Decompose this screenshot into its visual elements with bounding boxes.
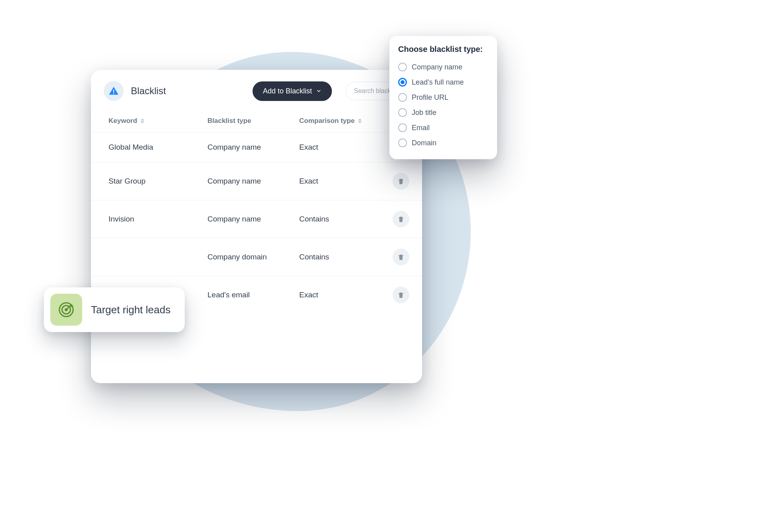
- column-header-comparison[interactable]: Comparison type: [299, 117, 391, 125]
- target-icon: [50, 294, 82, 326]
- radio-option[interactable]: Domain: [398, 135, 488, 150]
- cell-blacklist-type: Lead's email: [207, 291, 299, 299]
- trash-icon: [397, 291, 405, 299]
- svg-rect-3: [399, 218, 403, 218]
- cell-keyword: Global Media: [104, 143, 207, 152]
- blacklist-table: Keyword Blacklist type Comparison type G…: [91, 110, 422, 314]
- cell-keyword: Invision: [104, 215, 207, 223]
- dropdown-title: Choose blacklist type:: [398, 45, 488, 54]
- column-header-label: Keyword: [109, 117, 137, 125]
- cell-comparison: Exact: [299, 291, 391, 299]
- target-chip-label: Target right leads: [91, 304, 170, 316]
- table-header: Keyword Blacklist type Comparison type: [91, 110, 422, 133]
- table-row: Company domainContains: [91, 238, 422, 276]
- delete-button[interactable]: [393, 249, 409, 265]
- page-title: Blacklist: [131, 85, 166, 97]
- card-header: Blacklist Add to Blacklist: [91, 70, 422, 110]
- delete-button[interactable]: [393, 287, 409, 303]
- trash-icon: [397, 216, 405, 223]
- trash-icon: [397, 178, 405, 185]
- radio-option[interactable]: Lead's full name: [398, 75, 488, 90]
- table-row: InvisionCompany nameContains: [91, 200, 422, 238]
- cell-blacklist-type: Company name: [207, 215, 299, 223]
- radio-icon: [398, 78, 407, 87]
- cell-action: [391, 211, 409, 227]
- radio-label: Profile URL: [412, 93, 448, 102]
- column-header-type: Blacklist type: [207, 117, 299, 125]
- blacklist-card: Blacklist Add to Blacklist Keyword Black…: [91, 70, 422, 383]
- cell-comparison: Exact: [299, 143, 391, 152]
- radio-option[interactable]: Company name: [398, 59, 488, 75]
- svg-point-1: [113, 93, 114, 94]
- radio-label: Job title: [412, 109, 436, 117]
- radio-option[interactable]: Email: [398, 120, 488, 135]
- svg-rect-2: [399, 180, 403, 180]
- sort-icon: [140, 119, 144, 123]
- table-row: Star GroupCompany nameExact: [91, 162, 422, 200]
- radio-label: Email: [412, 124, 430, 132]
- cell-action: [391, 287, 409, 303]
- trash-icon: [397, 253, 405, 261]
- radio-label: Company name: [412, 63, 462, 71]
- svg-rect-0: [113, 90, 114, 92]
- svg-rect-5: [399, 293, 403, 294]
- blacklist-type-dropdown: Choose blacklist type: Company nameLead'…: [389, 36, 497, 159]
- cell-blacklist-type: Company name: [207, 143, 299, 152]
- table-row: Global MediaCompany nameExact: [91, 133, 422, 162]
- radio-label: Lead's full name: [412, 78, 464, 87]
- radio-icon: [398, 108, 407, 117]
- cell-action: [391, 249, 409, 265]
- cell-blacklist-type: Company domain: [207, 253, 299, 261]
- chevron-down-icon: [316, 88, 322, 94]
- radio-icon: [398, 93, 407, 102]
- add-to-blacklist-button[interactable]: Add to Blacklist: [253, 81, 332, 101]
- add-button-label: Add to Blacklist: [263, 87, 312, 95]
- radio-option[interactable]: Job title: [398, 105, 488, 120]
- cell-comparison: Contains: [299, 253, 391, 261]
- alert-icon: [104, 81, 124, 101]
- column-header-label: Blacklist type: [207, 117, 251, 125]
- radio-icon: [398, 123, 407, 132]
- delete-button[interactable]: [393, 173, 409, 190]
- radio-option[interactable]: Profile URL: [398, 90, 488, 105]
- radio-icon: [398, 138, 407, 147]
- radio-label: Domain: [412, 139, 436, 147]
- sort-icon: [358, 119, 362, 123]
- column-header-label: Comparison type: [299, 117, 355, 125]
- cell-keyword: Star Group: [104, 177, 207, 186]
- column-header-keyword[interactable]: Keyword: [104, 117, 207, 125]
- target-leads-chip: Target right leads: [44, 287, 185, 332]
- delete-button[interactable]: [393, 211, 409, 227]
- cell-blacklist-type: Company name: [207, 177, 299, 186]
- cell-action: [391, 173, 409, 190]
- radio-icon: [398, 63, 407, 71]
- svg-rect-4: [399, 255, 403, 256]
- cell-comparison: Contains: [299, 215, 391, 223]
- cell-comparison: Exact: [299, 177, 391, 186]
